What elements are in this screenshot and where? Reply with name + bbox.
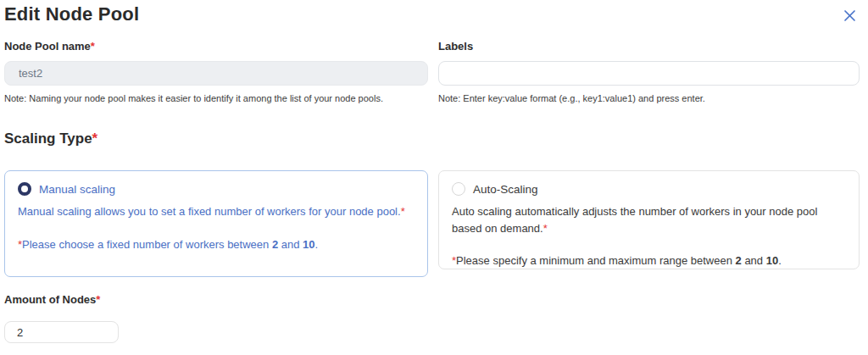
labels-input[interactable] <box>438 61 860 86</box>
auto-scaling-card[interactable]: Auto-Scaling Auto scaling automatically … <box>438 170 860 269</box>
labels-label: Labels <box>438 40 860 53</box>
page-title: Edit Node Pool <box>4 3 139 25</box>
node-pool-name-note: Note: Naming your node pool makes it eas… <box>4 93 428 103</box>
amount-of-nodes-field-group: Amount of Nodes* <box>4 293 860 343</box>
manual-scaling-hint-and: and <box>278 238 303 251</box>
manual-scaling-hint: *Please choose a fixed number of workers… <box>18 237 415 252</box>
auto-scaling-label: Auto-Scaling <box>473 183 538 196</box>
manual-scaling-radio[interactable] <box>18 182 31 196</box>
manual-scaling-description-text: Manual scaling allows you to set a fixed… <box>18 205 401 218</box>
auto-scaling-description: Auto scaling automatically adjusts the n… <box>452 203 846 236</box>
required-asterisk: * <box>91 40 95 53</box>
scaling-options-row: Manual scaling Manual scaling allows you… <box>4 170 860 277</box>
manual-scaling-label: Manual scaling <box>39 183 115 196</box>
auto-scaling-description-text: Auto scaling automatically adjusts the n… <box>452 205 817 235</box>
required-asterisk: * <box>92 130 98 147</box>
edit-node-pool-modal: Edit Node Pool Node Pool name* Note: Nam… <box>0 0 868 355</box>
manual-max-value: 10 <box>303 238 314 251</box>
scaling-type-heading: Scaling Type* <box>4 130 860 147</box>
required-asterisk: * <box>543 222 548 235</box>
x-glyph <box>843 9 856 22</box>
manual-scaling-card[interactable]: Manual scaling Manual scaling allows you… <box>4 170 428 277</box>
manual-scaling-description: Manual scaling allows you to set a fixed… <box>18 203 415 220</box>
auto-scaling-hint-and: and <box>742 254 766 267</box>
auto-max-value: 10 <box>766 254 778 267</box>
auto-scaling-hint: *Please specify a minimum and maximum ra… <box>452 253 846 269</box>
name-and-labels-row: Node Pool name* Note: Naming your node p… <box>4 40 860 103</box>
labels-field-group: Labels Note: Enter key:value format (e.g… <box>438 40 860 103</box>
amount-of-nodes-label: Amount of Nodes* <box>4 293 860 306</box>
node-pool-name-label-text: Node Pool name <box>4 40 91 53</box>
manual-scaling-hint-text: Please choose a fixed number of workers … <box>22 238 272 251</box>
amount-of-nodes-label-text: Amount of Nodes <box>4 293 96 306</box>
close-icon[interactable] <box>842 8 858 24</box>
required-asterisk: * <box>96 293 100 306</box>
node-pool-name-input <box>4 61 428 86</box>
scaling-type-heading-text: Scaling Type <box>4 130 92 147</box>
auto-scaling-hint-period: . <box>778 254 782 267</box>
modal-header: Edit Node Pool <box>4 3 860 25</box>
node-pool-name-field-group: Node Pool name* Note: Naming your node p… <box>4 40 428 103</box>
auto-scaling-radio-row: Auto-Scaling <box>452 182 846 196</box>
auto-scaling-hint-text: Please specify a minimum and maximum ran… <box>456 254 735 267</box>
manual-scaling-hint-period: . <box>315 238 319 251</box>
amount-of-nodes-input[interactable] <box>4 321 119 343</box>
node-pool-name-label: Node Pool name* <box>4 40 428 53</box>
auto-min-value: 2 <box>736 254 742 267</box>
labels-note: Note: Enter key:value format (e.g., key1… <box>438 93 860 103</box>
required-asterisk: * <box>401 205 405 218</box>
auto-scaling-radio[interactable] <box>452 182 465 196</box>
manual-scaling-radio-row: Manual scaling <box>18 182 415 196</box>
